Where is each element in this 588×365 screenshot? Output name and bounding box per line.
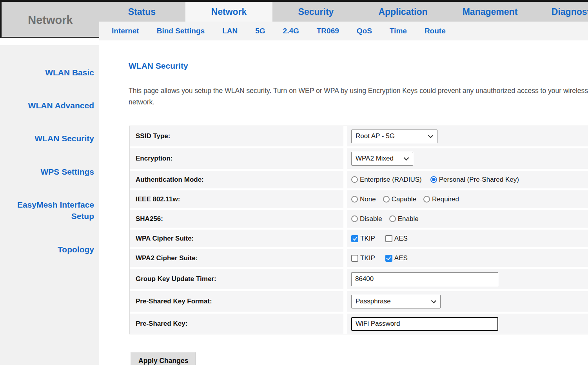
radio-label: Enable	[398, 215, 419, 223]
logo-text: Network	[28, 11, 73, 27]
tab-application[interactable]: Application	[359, 2, 446, 22]
top-border-strip	[0, 0, 588, 2]
sidebar-item-wlan-security[interactable]: WLAN Security	[2, 133, 99, 144]
tab-diagnostics[interactable]: Diagnostics	[534, 2, 588, 22]
sidebar-item-easymesh-interface-setup[interactable]: EasyMesh Interface Setup	[2, 199, 99, 222]
row-wpa2-cipher-suite: WPA2 Cipher Suite: TKIP AES	[130, 249, 588, 267]
subtab-qos[interactable]: QoS	[357, 27, 372, 35]
pre-shared-key-format-select[interactable]: Passphrase	[351, 295, 441, 308]
radio-label: Disable	[360, 215, 382, 223]
checkbox-label: AES	[394, 254, 408, 262]
chevron-down-icon	[431, 300, 437, 303]
page-title: WLAN Security	[129, 61, 188, 71]
group-key-update-timer-label: Group Key Update Timer:	[130, 269, 343, 289]
subtab-2-4g[interactable]: 2.4G	[283, 27, 299, 35]
tab-status[interactable]: Status	[98, 2, 185, 22]
page-description: This page allows you setup the WLAN secu…	[129, 85, 588, 108]
row-encryption: Encryption: WPA2 Mixed	[130, 148, 588, 169]
row-wpa-cipher-suite: WPA Cipher Suite: TKIP AES	[130, 230, 588, 247]
checkbox-label: AES	[394, 235, 408, 243]
tab-security[interactable]: Security	[272, 2, 359, 22]
checkbox-icon[interactable]	[351, 255, 358, 262]
radio-icon[interactable]	[430, 176, 437, 183]
row-ssid-type: SSID Type: Root AP - 5G	[130, 126, 588, 146]
radio-icon[interactable]	[383, 196, 390, 203]
sidebar-item-wlan-advanced[interactable]: WLAN Advanced	[2, 100, 99, 111]
checkbox-option-wpa2-tkip[interactable]: TKIP	[351, 254, 375, 262]
subtab-tr069[interactable]: TR069	[317, 27, 339, 35]
wpa2-cipher-suite-label: WPA2 Cipher Suite:	[130, 249, 343, 267]
radio-label: Capable	[392, 195, 416, 203]
group-key-update-timer-input[interactable]	[351, 272, 498, 286]
radio-option-required[interactable]: Required	[423, 195, 459, 203]
row-group-key-update-timer: Group Key Update Timer:	[130, 269, 588, 289]
radio-label: Enterprise (RADIUS)	[360, 176, 422, 184]
subtab-bind-settings[interactable]: Bind Settings	[157, 27, 205, 35]
checkbox-icon[interactable]	[351, 235, 358, 242]
checkbox-option-wpa-aes[interactable]: AES	[385, 235, 408, 243]
checkbox-icon[interactable]	[385, 255, 392, 262]
subtab-lan[interactable]: LAN	[222, 27, 238, 35]
wlan-security-form: SSID Type: Root AP - 5G Encryption: WPA2…	[129, 126, 588, 334]
ssid-type-selected-value: Root AP - 5G	[356, 132, 395, 140]
encryption-label: Encryption:	[130, 148, 343, 169]
radio-label: Personal (Pre-Shared Key)	[439, 176, 519, 184]
apply-changes-button[interactable]: Apply Changes	[131, 352, 196, 365]
authentication-mode-label: Authentication Mode:	[130, 171, 343, 188]
subtab-time[interactable]: Time	[390, 27, 407, 35]
radio-icon[interactable]	[351, 196, 358, 203]
page-description-line2: network.	[129, 97, 588, 108]
radio-option-none[interactable]: None	[351, 195, 376, 203]
chevron-down-icon	[428, 135, 434, 138]
tab-management[interactable]: Management	[446, 2, 534, 22]
radio-icon[interactable]	[351, 215, 358, 222]
row-authentication-mode: Authentication Mode: Enterprise (RADIUS)…	[130, 171, 588, 188]
pre-shared-key-input[interactable]	[351, 317, 498, 331]
wpa-cipher-suite-label: WPA Cipher Suite:	[130, 230, 343, 247]
radio-option-enterprise-radius[interactable]: Enterprise (RADIUS)	[351, 176, 422, 184]
radio-option-enable[interactable]: Enable	[389, 215, 419, 223]
ssid-type-select[interactable]: Root AP - 5G	[351, 130, 437, 143]
sub-nav: Internet Bind Settings LAN 5G 2.4G TR069…	[99, 22, 588, 40]
encryption-select[interactable]: WPA2 Mixed	[351, 152, 413, 166]
checkbox-label: TKIP	[360, 235, 375, 243]
subtab-internet[interactable]: Internet	[112, 27, 139, 35]
sha256-label: SHA256:	[130, 210, 343, 228]
sidebar-item-wps-settings[interactable]: WPS Settings	[2, 166, 99, 177]
row-pre-shared-key-format: Pre-Shared Key Format: Passphrase	[130, 291, 588, 312]
sidebar: WLAN Basic WLAN Advanced WLAN Security W…	[0, 45, 99, 365]
radio-icon[interactable]	[423, 196, 430, 203]
radio-label: None	[360, 195, 376, 203]
chevron-down-icon	[403, 157, 409, 161]
radio-label: Required	[432, 195, 459, 203]
logo-block: Network	[0, 0, 99, 38]
radio-option-capable[interactable]: Capable	[383, 195, 416, 203]
subtab-route[interactable]: Route	[425, 27, 446, 35]
sidebar-item-wlan-basic[interactable]: WLAN Basic	[2, 67, 99, 78]
radio-icon[interactable]	[351, 176, 358, 183]
row-sha256: SHA256: Disable Enable	[130, 210, 588, 228]
encryption-selected-value: WPA2 Mixed	[356, 155, 394, 162]
pre-shared-key-format-label: Pre-Shared Key Format:	[130, 291, 343, 312]
ieee-80211w-label: IEEE 802.11w:	[130, 190, 343, 208]
ssid-type-label: SSID Type:	[130, 126, 343, 146]
checkbox-icon[interactable]	[385, 235, 392, 242]
checkbox-option-wpa2-aes[interactable]: AES	[385, 254, 408, 262]
subtab-5g[interactable]: 5G	[255, 27, 265, 35]
radio-option-disable[interactable]: Disable	[351, 215, 382, 223]
radio-icon[interactable]	[389, 215, 396, 222]
page-description-line1: This page allows you setup the WLAN secu…	[129, 85, 588, 97]
sidebar-item-topology[interactable]: Topology	[2, 244, 99, 255]
checkbox-label: TKIP	[360, 254, 375, 262]
row-pre-shared-key: Pre-Shared Key:	[130, 314, 588, 334]
pre-shared-key-label: Pre-Shared Key:	[130, 314, 343, 334]
row-ieee-80211w: IEEE 802.11w: None Capable Required	[130, 190, 588, 208]
radio-option-personal-pre-shared-key[interactable]: Personal (Pre-Shared Key)	[430, 176, 519, 184]
pre-shared-key-format-selected-value: Passphrase	[356, 297, 391, 305]
tab-network[interactable]: Network	[185, 2, 272, 22]
router-admin-screen: Status Network Security Application Mana…	[0, 0, 588, 365]
checkbox-option-wpa-tkip[interactable]: TKIP	[351, 235, 375, 243]
